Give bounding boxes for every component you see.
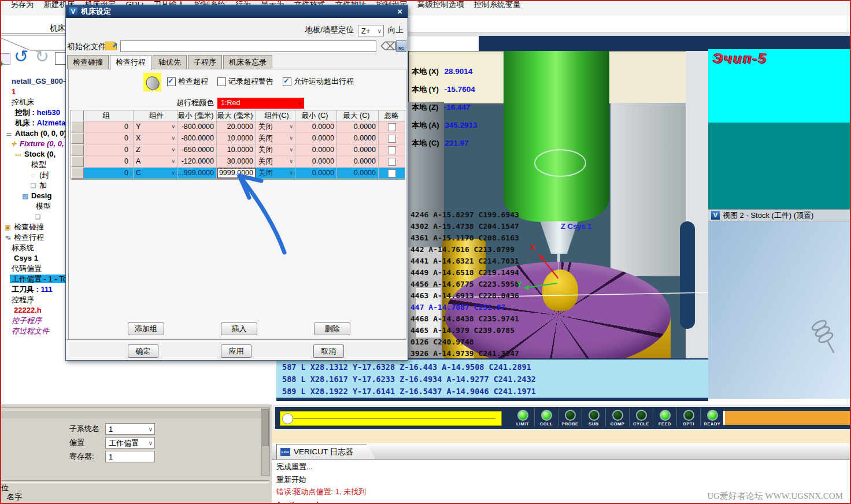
checkbox-unchecked-icon[interactable] [217,77,226,86]
redo-icon[interactable]: ↻ [35,46,49,66]
overtravel-color-select[interactable]: 1:Red∨ [217,98,304,109]
table-row[interactable]: 0 Y∨ -800.0000 20.0000 关闭∨ 0.0000 0.0000 [71,121,405,133]
vertical-scrollbar[interactable] [261,407,270,476]
cell-component-c-select[interactable]: 关闭∨ [256,156,295,167]
cell-max-c[interactable]: 0.0000 [337,144,379,155]
cell-min[interactable]: ...999.0000 [177,168,217,179]
table-header-row: 组 组件 最小 (毫米) 最大 (毫米) 组件(C) 最小 (C) 最大 (C)… [71,110,405,121]
init-file-input[interactable] [120,40,376,52]
row-handle[interactable] [71,144,84,155]
cell-max[interactable]: 9999.0000 [217,168,256,179]
offset-select[interactable]: 工作偏置∨ [105,437,155,449]
allow-motion-beyond-travel[interactable]: 允许运动超出行程 [283,76,354,87]
coordinate-value: -15.7604 [445,85,475,94]
cell-ignore-checkbox[interactable] [379,133,405,144]
cell-component-select[interactable]: A∨ [134,156,177,167]
cell-min[interactable]: -800.0000 [177,133,217,144]
table-row[interactable]: 0 Z∨ -650.0000 10.0000 关闭∨ 0.0000 0.0000 [71,144,405,156]
cell-min-c[interactable]: 0.0000 [295,168,337,179]
cell-max[interactable]: 10.0000 [217,133,256,144]
clear-input-icon[interactable]: ⌫ [380,39,397,53]
table-row[interactable]: 0 X∨ -800.0000 10.0000 关闭∨ 0.0000 0.0000 [71,133,405,144]
coordinate-label: 本地 (Z) [412,103,438,112]
checkbox-checked-icon[interactable] [283,77,291,86]
tab-check-travel[interactable]: 检查行程 [110,55,151,70]
checkbox-checked-icon[interactable] [167,77,176,86]
nc-program-panel[interactable]: 587 L X28.1312 Y-17.6328 Z-16.443 A-14.9… [276,358,708,401]
row-handle[interactable] [71,121,84,132]
cell-min-c[interactable]: 0.0000 [295,121,337,132]
record-warning-label: 记录超程警告 [228,76,273,87]
cell-ignore-checkbox[interactable] [379,121,405,132]
cell-component-c-select[interactable]: 关闭∨ [256,133,295,144]
insert-button[interactable]: 插入 [221,323,257,335]
nc-overlay-line: 4456 A-14.6775 C223.5958 [410,279,519,290]
cell-max-c[interactable]: 0.0000 [337,168,379,179]
cell-max[interactable]: 30.0000 [217,156,256,167]
new-file-icon[interactable]: + [1,53,10,65]
cell-group[interactable]: 0 [84,144,134,155]
apply-button[interactable]: 应用 [221,344,251,358]
scrollbar-thumb[interactable] [262,409,269,446]
tree-item-label: 存过程文件 [12,327,49,335]
check-overtravel[interactable]: 检查超程 [167,76,208,87]
table-row[interactable]: 0 A∨ -120.0000 30.0000 关闭∨ 0.0000 0.0000 [71,156,405,168]
delete-button[interactable]: 删除 [314,323,350,335]
subsystem-select[interactable]: 1∨ [105,423,155,435]
cell-component-c-select[interactable]: 关闭∨ [256,144,295,155]
tab-machine-notes[interactable]: 机床备忘录 [223,55,272,69]
cancel-button[interactable]: 取消 [313,344,344,358]
cell-min-c[interactable]: 0.0000 [295,144,337,155]
document-icon[interactable] [55,52,66,65]
cell-max[interactable]: 20.0000 [217,121,256,132]
cell-component-select[interactable]: X∨ [134,133,177,144]
cell-ignore-checkbox[interactable] [379,168,405,179]
log-tab[interactable]: LOG VERICUT 日志器 [276,444,376,459]
menu-item[interactable]: 另存为 [10,0,34,9]
row-handle[interactable] [71,133,84,144]
cell-group[interactable]: 0 [84,121,134,132]
cell-component-c-select[interactable]: 关闭∨ [256,168,295,179]
folder-open-icon[interactable]: ⇗ [105,42,117,50]
cell-min-c[interactable]: 0.0000 [295,156,337,167]
tab-axis-priority[interactable]: 轴优先 [153,55,187,69]
cell-component-c-select[interactable]: 关闭∨ [256,121,295,132]
table-row[interactable]: 0 C∨ ...999.0000 9999.0000 关闭∨ 0.0000 0.… [71,168,405,179]
add-group-button[interactable]: 添加组 [128,323,164,335]
register-input[interactable]: 1 [105,451,155,462]
cell-max-c[interactable]: 0.0000 [337,156,379,167]
cell-ignore-checkbox[interactable] [379,144,405,155]
cell-group[interactable]: 0 [84,156,134,167]
cell-component-select[interactable]: Y∨ [134,121,177,132]
close-icon[interactable]: × [397,6,402,16]
vericut-logo-icon: V [711,211,720,220]
floor-wall-select[interactable]: Z+∨ [358,25,384,36]
cell-max-c[interactable]: 0.0000 [337,121,379,132]
speed-slider[interactable] [280,411,502,426]
menu-item[interactable]: 控制系统变量 [474,0,521,9]
row-handle[interactable] [71,168,84,179]
menu-item[interactable]: 高级控制选项 [417,0,464,9]
dialog-titlebar[interactable]: V 机床设定 × [66,5,408,18]
cell-ignore-checkbox[interactable] [379,156,405,167]
cell-min[interactable]: -650.0000 [177,144,217,155]
slider-knob[interactable] [282,413,293,424]
ok-button[interactable]: 确定 [128,344,158,358]
cell-group[interactable]: 0 [84,168,134,179]
view2-titlebar[interactable]: V 视图 2 - Stock (工件) (顶置) [708,209,851,221]
cell-min[interactable]: -800.0000 [177,121,217,132]
cell-max[interactable]: 10.0000 [217,144,256,155]
tab-subroutine[interactable]: 子程序 [188,55,222,69]
cell-min-c[interactable]: 0.0000 [295,133,337,144]
nc-edit-icon[interactable]: NC [396,40,406,52]
undo-icon[interactable]: ↺ [14,46,28,66]
cell-group[interactable]: 0 [84,133,134,144]
cell-component-select[interactable]: Z∨ [134,144,177,155]
cell-component-select[interactable]: C∨ [134,168,177,179]
cell-max-c[interactable]: 0.0000 [337,133,379,144]
tab-check-collision[interactable]: 检查碰撞 [67,55,109,69]
record-overtravel-warning[interactable]: 记录超程警告 [217,76,273,87]
row-handle[interactable] [71,156,84,167]
cell-min[interactable]: -120.0000 [177,156,217,167]
view2-window[interactable]: Эчип-5 V 视图 2 - Stock (工件) (顶置) [708,49,851,399]
